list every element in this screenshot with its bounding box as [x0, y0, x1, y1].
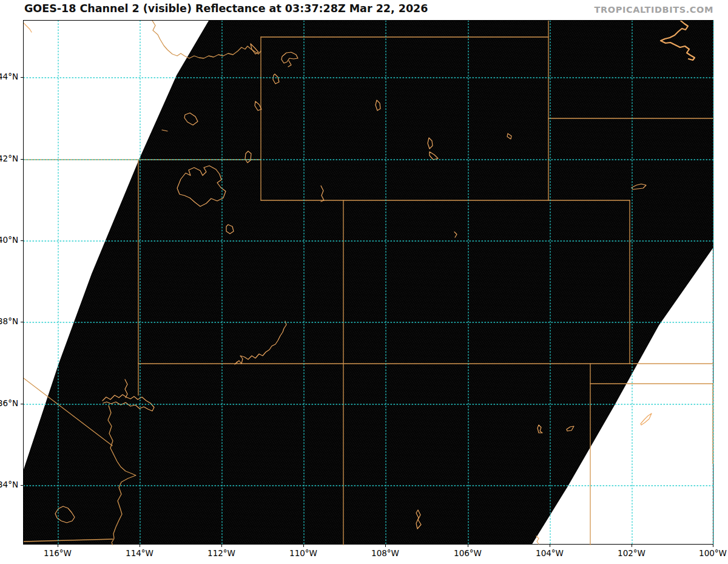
lon-tick-mark: [58, 545, 58, 547]
water-boysen-reservoir: [376, 100, 380, 110]
water-elephant-butte-reservoir: [416, 510, 421, 529]
lat-tick-label: 44°N: [0, 72, 18, 81]
water-missouri-river-lake-oahe: [661, 21, 695, 60]
water-seminoe-reservoir: [430, 152, 438, 160]
lon-tick-mark: [385, 545, 386, 547]
water-bear-lake: [245, 151, 251, 163]
water-pathfinder-reservoir: [428, 138, 433, 149]
lat-tick-label: 36°N: [0, 398, 18, 408]
water-plains-lake: [641, 413, 652, 425]
lon-tick-mark: [468, 545, 468, 547]
lon-tick-label: 114°W: [120, 548, 159, 558]
map-overlays: [24, 21, 714, 545]
lat-tick-mark: [21, 159, 23, 160]
water-flaming-gorge-reservoir: [321, 186, 324, 202]
lon-tick-mark: [632, 545, 632, 547]
lat-tick-label: 40°N: [0, 235, 18, 245]
border-california-mexico-border: [24, 539, 113, 542]
page-title: GOES-18 Channel 2 (visible) Reflectance …: [24, 2, 428, 15]
water-jackson-lake: [273, 74, 279, 84]
water-lake-mcconaughy: [632, 184, 646, 189]
water-snake-river-dash: [162, 130, 167, 131]
lon-tick-mark: [140, 545, 140, 547]
water-utah-lake: [226, 225, 234, 234]
lat-tick-label: 38°N: [0, 316, 18, 326]
water-lake-powell: [235, 321, 286, 364]
water-american-falls-reservoir: [184, 113, 198, 125]
border-california-nevada-diagonal: [24, 378, 112, 446]
lon-tick-label: 110°W: [284, 548, 323, 558]
lat-tick-mark: [21, 322, 23, 322]
lat-tick-mark: [21, 404, 23, 404]
satellite-image-figure: GOES-18 Channel 2 (visible) Reflectance …: [0, 0, 728, 564]
lon-tick-label: 100°W: [693, 548, 728, 558]
map-plot-area: [23, 20, 713, 545]
water-lake-mead-overton-arm: [125, 379, 127, 398]
lat-tick-mark: [21, 77, 23, 78]
lon-tick-mark: [713, 545, 713, 547]
lat-tick-mark: [21, 485, 23, 486]
water-salmon-river-fragment: [24, 23, 32, 32]
lon-tick-label: 116°W: [38, 548, 77, 558]
lon-tick-mark: [303, 545, 304, 547]
water-santa-rosa-lake: [567, 426, 574, 431]
lon-tick-label: 102°W: [612, 548, 651, 558]
water-hebgen-lake: [251, 44, 258, 54]
lon-tick-label: 112°W: [202, 548, 241, 558]
water-yellowstone-south-arm: [288, 61, 291, 67]
water-salton-sea: [55, 506, 75, 523]
water-brantley-lake-dash: [536, 536, 539, 544]
lon-tick-label: 106°W: [448, 548, 487, 558]
border-colorado-river-az-nv-ca: [108, 406, 136, 545]
lat-tick-mark: [21, 240, 23, 241]
tropicaltidbits-watermark: TROPICALTIDBITS.COM: [594, 5, 713, 15]
lat-tick-label: 42°N: [0, 154, 18, 163]
water-lake-mead: [103, 395, 154, 411]
lon-tick-mark: [221, 545, 222, 547]
lon-tick-label: 108°W: [366, 548, 405, 558]
lon-tick-label: 104°W: [530, 548, 569, 558]
water-glendo-reservoir: [507, 134, 511, 139]
water-conchas-lake: [538, 425, 542, 433]
border-montana-idaho-border: [152, 21, 261, 58]
lat-tick-label: 34°N: [0, 480, 18, 489]
water-lake-granby-dash: [454, 232, 457, 237]
water-great-salt-lake: [177, 166, 226, 206]
lon-tick-mark: [550, 545, 550, 547]
water-yellowstone-lake: [281, 52, 298, 63]
